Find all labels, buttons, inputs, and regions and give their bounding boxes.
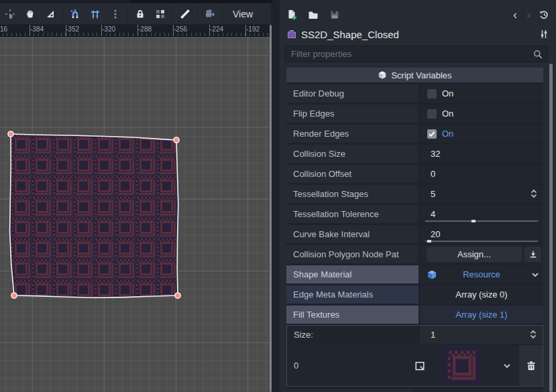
trash-icon[interactable] [526, 361, 537, 371]
property-row-shape-material: Shape Material Resource [286, 265, 543, 283]
override-camera-icon[interactable] [205, 9, 215, 19]
configure-snap-menu-icon[interactable] [110, 9, 121, 19]
object-history-icon[interactable] [539, 9, 549, 20]
checkbox-checked[interactable] [427, 129, 437, 139]
image-texture-icon[interactable] [414, 361, 425, 371]
property-row-collision-polygon-node-path: Collision Polygon Node Pat Assign... [286, 245, 543, 263]
filter-properties-bar [285, 46, 548, 62]
property-label: Curve Bake Interval [286, 225, 419, 243]
object-tools-icon[interactable] [539, 29, 549, 40]
horizontal-ruler: -416 -384 -352 -320 -288 -256 -224 -192 [0, 25, 271, 37]
save-resource-icon[interactable] [329, 9, 340, 20]
next-property-row-partial [286, 389, 543, 392]
chevron-down-icon[interactable] [530, 269, 541, 280]
property-row-collision-size: Collision Size 32 [286, 145, 543, 163]
pan-tool-icon[interactable] [25, 9, 36, 19]
ruler-label: -224 [210, 25, 223, 33]
array-value-expanded[interactable]: Array (size 1) [455, 310, 507, 320]
inspector-scrollbar[interactable] [549, 64, 553, 392]
skeleton-options-icon[interactable] [180, 9, 190, 19]
property-label: Fill Textures [286, 306, 419, 324]
spinner-updown-icon[interactable] [529, 188, 539, 199]
property-label: Tessellation Stages [286, 185, 419, 203]
property-label: Collision Size [286, 145, 419, 163]
array-size-field[interactable]: 1 [420, 330, 435, 340]
view-menu-button[interactable]: View [225, 9, 261, 19]
checkbox-label[interactable]: On [442, 88, 453, 99]
fill-textures-array-editor: Size: 1 0 [286, 325, 543, 387]
lock-object-icon[interactable] [135, 9, 146, 19]
array-size-label: Size: [287, 326, 419, 344]
canvas-viewport[interactable] [0, 37, 271, 392]
spinner-updown-icon[interactable] [528, 329, 539, 340]
toolbar-separator [197, 7, 198, 21]
slider-field[interactable]: 4 [420, 209, 435, 219]
property-row-collision-offset: Collision Offset 0 [286, 165, 543, 183]
filter-properties-input[interactable] [286, 49, 533, 59]
search-icon [533, 49, 543, 60]
inspector-toolbar: ‹ › [280, 3, 556, 25]
property-label: Render Edges [286, 125, 419, 143]
toolbar-separator [62, 7, 63, 21]
category-label: Script Variables [391, 70, 451, 80]
ruler-label: -288 [138, 25, 152, 33]
property-row-render-edges: Render Edges On [286, 125, 543, 143]
vertex-handle[interactable] [8, 131, 13, 137]
load-resource-icon[interactable] [308, 9, 319, 20]
shape-polygon[interactable] [10, 134, 178, 298]
slider-field[interactable]: 20 [420, 229, 440, 239]
property-row-edge-meta-materials: Edge Meta Materials Array (size 0) [286, 285, 543, 304]
history-forward-icon[interactable]: › [526, 8, 531, 21]
texture-thumbnail[interactable] [443, 346, 482, 385]
snap-options-icon[interactable] [90, 9, 101, 19]
array-value[interactable]: Array (size 0) [455, 289, 507, 300]
ruler-label: -256 [174, 25, 187, 33]
property-label: Editor Debug [286, 84, 419, 103]
array-item-index: 0 [287, 361, 414, 371]
assign-button[interactable]: Assign... [427, 247, 522, 262]
slider-grabber[interactable] [471, 220, 476, 222]
vertex-handle[interactable] [175, 293, 180, 298]
ruler-label: -352 [66, 25, 79, 33]
vertex-handle[interactable] [174, 137, 179, 143]
select-tool-icon[interactable] [5, 9, 15, 19]
property-label: Flip Edges [286, 105, 419, 123]
property-row-fill-textures: Fill Textures Array (size 1) [286, 306, 543, 324]
slider-grabber[interactable] [427, 240, 431, 243]
slider-track[interactable] [425, 241, 538, 242]
ruler-label: -416 [0, 25, 7, 33]
use-snap-icon[interactable] [70, 9, 80, 19]
property-label: Collision Offset [286, 165, 419, 183]
ruler-label: -320 [102, 25, 115, 33]
remove-item-cell[interactable] [519, 345, 543, 386]
viewport-vertical-scrollbar[interactable] [270, 25, 272, 392]
property-row-editor-debug: Editor Debug On [286, 84, 543, 103]
ruler-mode-icon[interactable] [45, 9, 56, 19]
new-resource-icon[interactable] [286, 9, 297, 20]
chevron-down-icon[interactable] [502, 361, 512, 371]
dock-splitter[interactable] [272, 0, 280, 392]
history-back-icon[interactable]: ‹ [513, 8, 517, 21]
number-field[interactable]: 0 [420, 169, 435, 179]
inspected-object-name: SS2D_Shape_Closed [301, 29, 535, 40]
vertex-handle[interactable] [11, 293, 17, 298]
ruler-label: -192 [246, 25, 260, 33]
pick-node-icon[interactable] [524, 247, 541, 262]
array-item-row: 0 [287, 345, 543, 386]
number-field[interactable]: 32 [420, 149, 440, 159]
category-script-variables[interactable]: Script Variables [286, 68, 543, 82]
object-cube-icon [378, 70, 387, 80]
inspected-object-header: SS2D_Shape_Closed [286, 25, 549, 43]
group-object-icon[interactable] [155, 9, 166, 19]
checkbox-unchecked[interactable] [427, 109, 437, 119]
resource-value[interactable]: Resource [463, 269, 500, 279]
property-label: Shape Material [286, 265, 419, 283]
checkbox-label[interactable]: On [442, 129, 453, 139]
checkbox-unchecked[interactable] [427, 89, 437, 99]
ss2d-shape[interactable] [0, 37, 271, 392]
property-list: Script Variables Editor Debug On Flip Ed… [286, 68, 543, 392]
toolbar-separator [222, 7, 223, 21]
checkbox-label[interactable]: On [442, 109, 453, 119]
spin-field[interactable]: 5 [420, 189, 435, 199]
slider-track[interactable] [425, 220, 538, 222]
